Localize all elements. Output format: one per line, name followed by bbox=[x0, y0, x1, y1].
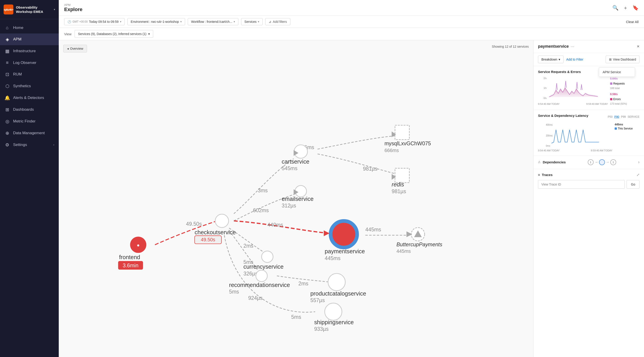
trace-input-row: Go bbox=[538, 180, 640, 189]
workflow-label: Workflow : frontend:/cart/ch... bbox=[191, 20, 232, 24]
settings-chevron-icon: › bbox=[53, 143, 54, 146]
errors-total: 173 total (92%) bbox=[610, 102, 640, 106]
service-node-frontend[interactable]: ● bbox=[130, 237, 146, 252]
service-node-currencyservice[interactable] bbox=[262, 251, 273, 262]
buttercup-label: ButtercupPayments bbox=[396, 242, 442, 248]
view-select[interactable]: Services (9), Databases (2), Inferred se… bbox=[74, 30, 153, 38]
log-observer-icon: ≡ bbox=[4, 60, 10, 65]
trace-id-input[interactable] bbox=[538, 180, 625, 189]
sidebar-item-dashboards[interactable]: ⊞ Dashboards bbox=[0, 104, 59, 116]
service-node-shippingservice[interactable] bbox=[325, 303, 342, 320]
search-icon[interactable]: 🔍 bbox=[612, 5, 618, 11]
checkoutservice-label: checkoutservice bbox=[194, 229, 236, 236]
traces-header: ≡ Traces ⤢ bbox=[538, 173, 640, 177]
add-filters-button[interactable]: ⊿ Add filters bbox=[265, 18, 290, 25]
shippingservice-time: 933µs bbox=[314, 326, 328, 332]
requests-legend: 0.64/s Requests 188 total 0.59/s Errors … bbox=[610, 76, 640, 106]
p50-label[interactable]: P50 bbox=[608, 115, 612, 118]
sidebar-item-apm[interactable]: ◈ APM bbox=[0, 34, 59, 45]
errors-label: Errors bbox=[613, 97, 621, 102]
breakdown-chevron-icon: ▾ bbox=[558, 58, 560, 61]
edge-label-440ms: 440ms bbox=[267, 222, 283, 228]
services-filter[interactable]: Services ▾ bbox=[241, 18, 263, 25]
workflow-chevron-icon: ▾ bbox=[234, 20, 235, 23]
apm-service-option[interactable]: APM Service bbox=[599, 68, 635, 76]
p90-label[interactable]: P90 bbox=[614, 115, 619, 118]
bookmark-icon[interactable]: 🔖 bbox=[632, 5, 638, 11]
sidebar-item-label: Metric Finder bbox=[13, 119, 36, 124]
sidebar-item-home[interactable]: ⌂ Home bbox=[0, 22, 59, 34]
latency-x-label-right: 9:59:40 AM TODAY bbox=[591, 149, 612, 152]
view-dashboard-button[interactable]: ⊞ View Dashboard bbox=[606, 56, 640, 63]
sidebar-item-label: Synthetics bbox=[13, 84, 31, 88]
sidebar-item-settings[interactable]: ⚙ Settings › bbox=[0, 139, 59, 151]
deps-expand-icon[interactable]: › bbox=[638, 160, 640, 164]
panel-options-icon[interactable]: ··· bbox=[570, 44, 574, 49]
service-node-redis[interactable] bbox=[395, 168, 409, 182]
frontend-badge-text: 3.6min bbox=[123, 262, 138, 268]
panel-header: paymentservice ··· × bbox=[534, 40, 644, 53]
p99-label[interactable]: P99 bbox=[621, 115, 626, 118]
service-node-recommendationservice[interactable] bbox=[256, 270, 267, 282]
svg-text:400ms: 400ms bbox=[546, 124, 553, 126]
traces-title-text: Traces bbox=[542, 173, 553, 177]
clear-all-button[interactable]: Clear All bbox=[626, 20, 638, 24]
logo-icon: splunk> bbox=[4, 4, 13, 14]
traces-section: ≡ Traces ⤢ Go bbox=[534, 169, 644, 192]
rum-icon: ⊡ bbox=[4, 72, 10, 77]
svg-text:1/s: 1/s bbox=[544, 87, 546, 89]
paymentservice-label: paymentservice bbox=[325, 248, 365, 254]
dep-arrow-right1: → bbox=[594, 160, 598, 164]
service-node-paymentservice[interactable] bbox=[330, 220, 358, 248]
service-node-checkoutservice[interactable] bbox=[215, 214, 228, 228]
sidebar-item-metric-finder[interactable]: ◎ Metric Finder bbox=[0, 116, 59, 127]
sidebar-item-label: APM bbox=[13, 37, 22, 42]
sidebar-item-data-management[interactable]: ⊕ Data Management bbox=[0, 127, 59, 139]
plus-icon[interactable]: ＋ bbox=[623, 4, 628, 11]
service-node-buttercup[interactable] bbox=[411, 228, 424, 241]
productcatalogservice-time: 557µs bbox=[310, 297, 325, 303]
sidebar-item-log-observer[interactable]: ≡ Log Observer bbox=[0, 57, 59, 68]
buttercup-time: 445ms bbox=[396, 248, 411, 254]
checkout-badge-text: 49.50s bbox=[201, 237, 215, 242]
dependencies-title: Dependencies bbox=[543, 160, 566, 164]
service-node-productcatalogservice[interactable] bbox=[328, 274, 345, 290]
services-label: Services bbox=[244, 20, 257, 24]
latency-chart: 400ms 200ms 0ms bbox=[538, 123, 612, 148]
overview-button[interactable]: ◂ Overview bbox=[63, 45, 87, 52]
sidebar-item-rum[interactable]: ⊡ RUM bbox=[0, 68, 59, 80]
svg-text:2/s: 2/s bbox=[544, 77, 546, 80]
time-zone-label: GMT +00:00 bbox=[72, 20, 88, 23]
view-select-chevron-icon: ▾ bbox=[148, 32, 150, 36]
breakdown-button[interactable]: Breakdown ▾ bbox=[538, 56, 564, 63]
svg-text:200ms: 200ms bbox=[546, 134, 553, 137]
sidebar-item-infrastructure[interactable]: ▦ Infrastructure bbox=[0, 45, 59, 57]
service-node-mysql[interactable] bbox=[395, 125, 409, 140]
panel-close-button[interactable]: × bbox=[637, 44, 640, 49]
view-label: View bbox=[64, 32, 72, 36]
time-filter[interactable]: 🕐 GMT +00:00 Today 09:54 to 09:59 ▾ bbox=[64, 18, 125, 25]
service-option[interactable]: SERVICE bbox=[628, 115, 640, 118]
svg-point-7 bbox=[262, 251, 273, 262]
frontend-label: frontend bbox=[119, 254, 140, 260]
home-icon: ⌂ bbox=[4, 25, 10, 30]
service-node-cartservice[interactable] bbox=[294, 145, 308, 158]
svg-point-8 bbox=[256, 270, 267, 282]
sidebar: splunk> Observability Workshop EMEA ▾ ⌂ … bbox=[0, 0, 59, 357]
edge-label-49s: 49.50s bbox=[186, 221, 202, 227]
traces-expand-icon[interactable]: ⤢ bbox=[636, 173, 640, 177]
productcatalogservice-label: productcatalogservice bbox=[310, 290, 366, 297]
topbar-actions: 🔍 ＋ 🔖 bbox=[612, 4, 638, 11]
workflow-filter[interactable]: Workflow : frontend:/cart/ch... ▾ bbox=[188, 18, 238, 25]
sidebar-item-alerts-detectors[interactable]: 🔔 Alerts & Detectors bbox=[0, 92, 59, 104]
svg-point-4 bbox=[215, 214, 228, 228]
add-to-filter-link[interactable]: Add to Filter bbox=[566, 58, 583, 61]
trace-go-button[interactable]: Go bbox=[626, 180, 640, 189]
environment-filter[interactable]: Environment : rwc-s4r-1-workshop ▾ bbox=[128, 18, 185, 25]
filter-bar: 🕐 GMT +00:00 Today 09:54 to 09:59 ▾ Envi… bbox=[59, 16, 644, 28]
sidebar-item-synthetics[interactable]: ⬡ Synthetics bbox=[0, 80, 59, 92]
sidebar-item-label: Infrastructure bbox=[13, 49, 36, 53]
time-range-label: Today 09:54 to 09:59 bbox=[89, 20, 119, 24]
sidebar-logo[interactable]: splunk> Observability Workshop EMEA ▾ bbox=[0, 0, 59, 19]
latency-x-label-left: 9:54:40 AM TODAY bbox=[538, 149, 560, 152]
